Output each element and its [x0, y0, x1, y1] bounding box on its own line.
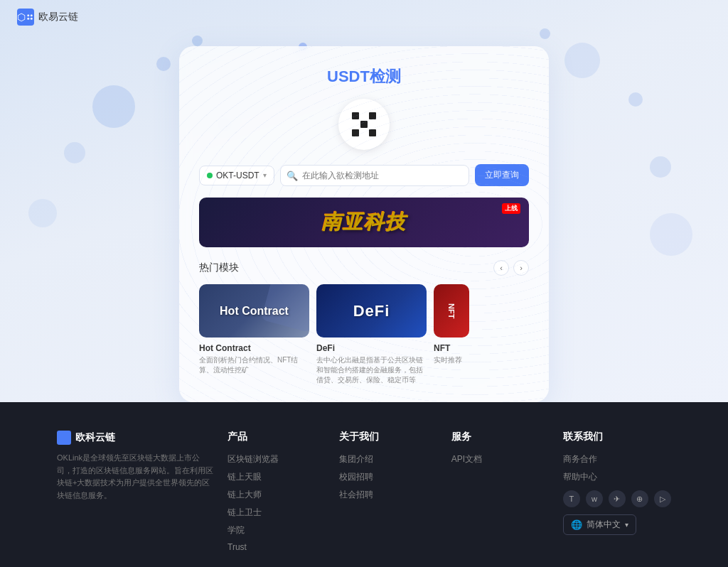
modules-title: 热门模块 [199, 261, 239, 274]
footer-logo-text: 欧科云链 [75, 431, 115, 444]
chevron-down-icon: ▾ [263, 171, 267, 179]
modules-row: Hot Contract Hot Contract 全面剖析热门合约情况、NFT… [199, 284, 529, 385]
hot-contract-label: Hot Contract [199, 343, 309, 353]
qr-cell [360, 112, 368, 119]
footer-col-title-service: 服务 [451, 431, 549, 443]
qr-cell [360, 121, 368, 128]
qr-cell [352, 121, 359, 128]
module-card-defi[interactable]: DeFi DeFi 去中心化出融是指基于公共区块链和智能合约搭建的金融服务，包括… [316, 284, 427, 385]
banner-badge: 上线 [502, 203, 520, 214]
main-card: USDT检测 OKT-USDT [179, 46, 549, 402]
footer-col-about: 关于我们 集团介绍 校园招聘 社会招聘 [339, 431, 437, 558]
footer-link-trust[interactable]: Trust [228, 542, 325, 552]
svg-point-3 [31, 18, 33, 20]
logo-icon [17, 9, 34, 26]
header: 欧易云链 [0, 0, 728, 34]
chain-status-dot [207, 173, 213, 178]
footer-link-academy[interactable]: 学院 [228, 524, 325, 536]
footer-link-campus-recruit[interactable]: 校园招聘 [339, 471, 437, 483]
footer: 欧科云链 OKLink是全球领先至区块链大数据上市公司，打造的区块链信息服务网站… [0, 402, 728, 567]
nft-thumb: NFT [434, 284, 469, 338]
footer-col-title-about: 关于我们 [339, 431, 437, 443]
hot-contract-desc: 全面剖析热门合约情况、NFT结算、流动性挖矿 [199, 355, 309, 375]
footer-link-group-intro[interactable]: 集团介绍 [339, 453, 437, 465]
footer-link-business[interactable]: 商务合作 [563, 453, 671, 465]
footer-link-chain-eye[interactable]: 链上天眼 [228, 471, 325, 483]
module-card-hot-contract[interactable]: Hot Contract Hot Contract 全面剖析热门合约情况、NFT… [199, 284, 309, 385]
footer-link-social-recruit[interactable]: 社会招聘 [339, 489, 437, 501]
chain-select[interactable]: OKT-USDT ▾ [199, 166, 274, 185]
search-input[interactable] [280, 165, 469, 186]
footer-social-icons: T w ✈ ⊕ ▷ [563, 490, 671, 507]
next-arrow[interactable]: › [513, 260, 529, 276]
qr-cell [369, 121, 376, 128]
svg-point-1 [31, 14, 33, 16]
footer-col-title-contact: 联系我们 [563, 431, 671, 443]
qr-grid [352, 112, 376, 136]
footer-link-chain-guard[interactable]: 链上卫士 [228, 507, 325, 519]
footer-logo: 欧科云链 [57, 431, 213, 445]
qr-cell [352, 129, 359, 136]
globe-icon: 🌐 [571, 519, 582, 530]
nft-desc: 实时推荐 [434, 355, 469, 365]
footer-col-contact: 联系我们 商务合作 帮助中心 T w ✈ ⊕ ▷ 🌐 简体中文 ▾ [563, 431, 671, 558]
logo-area: 欧易云链 [17, 9, 78, 26]
search-icon: 🔍 [287, 170, 298, 180]
footer-brand-desc: OKLink是全球领先至区块链大数据上市公司，打造的区块链信息服务网站。旨在利用… [57, 452, 213, 502]
defi-thumb: DeFi [316, 284, 427, 338]
footer-link-blockchain-explorer[interactable]: 区块链浏览器 [228, 453, 325, 465]
defi-label: DeFi [316, 343, 427, 353]
search-row: OKT-USDT ▾ 🔍 立即查询 [199, 164, 529, 186]
footer-top: 欧科云链 OKLink是全球领先至区块链大数据上市公司，打造的区块链信息服务网站… [57, 431, 671, 558]
footer-link-api-docs[interactable]: API文档 [451, 453, 549, 465]
footer-brand: 欧科云链 OKLink是全球领先至区块链大数据上市公司，打造的区块链信息服务网站… [57, 431, 213, 558]
promo-banner[interactable]: 南亚科技 上线 [199, 198, 529, 247]
footer-col-title-products: 产品 [228, 431, 325, 443]
nft-label: NFT [434, 343, 469, 353]
chain-select-label: OKT-USDT [216, 171, 259, 180]
logo-text: 欧易云链 [38, 11, 78, 23]
language-button[interactable]: 🌐 简体中文 ▾ [563, 514, 636, 535]
footer-link-help-center[interactable]: 帮助中心 [563, 471, 671, 483]
svg-point-0 [27, 14, 29, 16]
search-button[interactable]: 立即查询 [475, 164, 529, 186]
social-icon-telegram[interactable]: ✈ [609, 490, 626, 507]
chevron-down-icon: ▾ [625, 521, 628, 529]
social-icon-twitter[interactable]: T [563, 490, 580, 507]
social-icon-youtube[interactable]: ▷ [654, 490, 671, 507]
banner-title: 南亚科技 [321, 209, 407, 236]
modules-header: 热门模块 ‹ › [199, 260, 529, 276]
qr-cell [360, 129, 368, 136]
prev-arrow[interactable]: ‹ [493, 260, 509, 276]
qr-cell [369, 129, 376, 136]
footer-link-chain-master[interactable]: 链上大师 [228, 489, 325, 501]
hot-contract-thumb: Hot Contract [199, 284, 309, 338]
footer-col-products: 产品 区块链浏览器 链上天眼 链上大师 链上卫士 学院 Trust [228, 431, 325, 558]
footer-logo-icon [57, 431, 71, 445]
language-label: 简体中文 [587, 519, 621, 531]
search-input-wrap: 🔍 [280, 165, 469, 186]
defi-desc: 去中心化出融是指基于公共区块链和智能合约搭建的金融服务，包括借贷、交易所、保险、… [316, 355, 427, 385]
social-icon-weibo[interactable]: w [586, 490, 603, 507]
qr-code [338, 99, 390, 150]
svg-point-2 [27, 18, 29, 20]
social-icon-discord[interactable]: ⊕ [631, 490, 648, 507]
module-card-nft[interactable]: NFT NFT 实时推荐 [434, 284, 469, 385]
nav-arrows: ‹ › [493, 260, 529, 276]
qr-cell [352, 112, 359, 119]
qr-cell [369, 112, 376, 119]
footer-col-service: 服务 API文档 [451, 431, 549, 558]
card-title: USDT检测 [199, 66, 529, 87]
